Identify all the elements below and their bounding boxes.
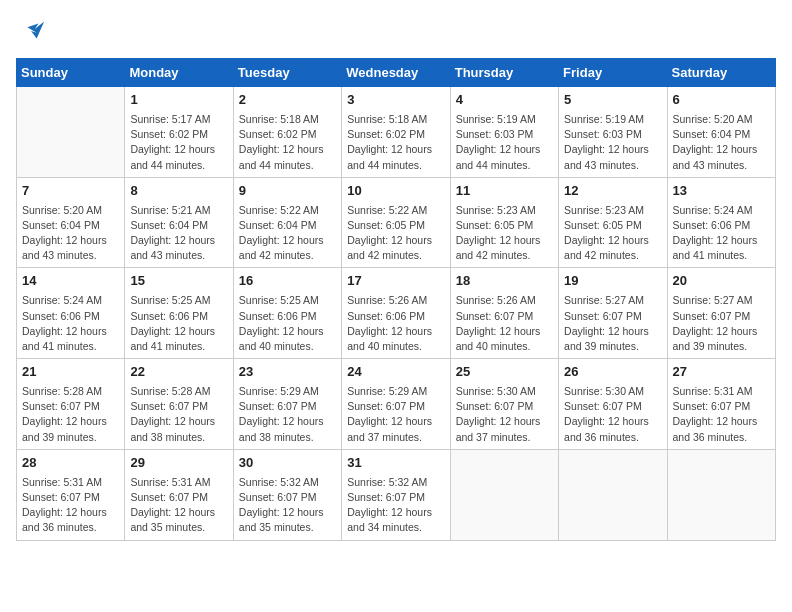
- day-number: 17: [347, 272, 444, 291]
- day-info: Sunrise: 5:20 AM Sunset: 6:04 PM Dayligh…: [673, 112, 770, 173]
- calendar-cell: 13Sunrise: 5:24 AM Sunset: 6:06 PM Dayli…: [667, 177, 775, 268]
- calendar-cell: 9Sunrise: 5:22 AM Sunset: 6:04 PM Daylig…: [233, 177, 341, 268]
- day-info: Sunrise: 5:30 AM Sunset: 6:07 PM Dayligh…: [456, 384, 553, 445]
- day-number: 16: [239, 272, 336, 291]
- calendar-cell: 3Sunrise: 5:18 AM Sunset: 6:02 PM Daylig…: [342, 87, 450, 178]
- calendar-table: SundayMondayTuesdayWednesdayThursdayFrid…: [16, 58, 776, 541]
- day-number: 29: [130, 454, 227, 473]
- day-number: 23: [239, 363, 336, 382]
- day-info: Sunrise: 5:27 AM Sunset: 6:07 PM Dayligh…: [673, 293, 770, 354]
- day-number: 11: [456, 182, 553, 201]
- day-info: Sunrise: 5:29 AM Sunset: 6:07 PM Dayligh…: [239, 384, 336, 445]
- day-info: Sunrise: 5:31 AM Sunset: 6:07 PM Dayligh…: [673, 384, 770, 445]
- calendar-week-row: 7Sunrise: 5:20 AM Sunset: 6:04 PM Daylig…: [17, 177, 776, 268]
- calendar-week-row: 1Sunrise: 5:17 AM Sunset: 6:02 PM Daylig…: [17, 87, 776, 178]
- day-info: Sunrise: 5:23 AM Sunset: 6:05 PM Dayligh…: [456, 203, 553, 264]
- calendar-cell: [559, 449, 667, 540]
- weekday-header-monday: Monday: [125, 59, 233, 87]
- day-number: 21: [22, 363, 119, 382]
- day-info: Sunrise: 5:18 AM Sunset: 6:02 PM Dayligh…: [347, 112, 444, 173]
- calendar-cell: 24Sunrise: 5:29 AM Sunset: 6:07 PM Dayli…: [342, 359, 450, 450]
- calendar-cell: 6Sunrise: 5:20 AM Sunset: 6:04 PM Daylig…: [667, 87, 775, 178]
- day-info: Sunrise: 5:26 AM Sunset: 6:06 PM Dayligh…: [347, 293, 444, 354]
- day-number: 18: [456, 272, 553, 291]
- calendar-cell: 7Sunrise: 5:20 AM Sunset: 6:04 PM Daylig…: [17, 177, 125, 268]
- day-info: Sunrise: 5:20 AM Sunset: 6:04 PM Dayligh…: [22, 203, 119, 264]
- calendar-cell: 18Sunrise: 5:26 AM Sunset: 6:07 PM Dayli…: [450, 268, 558, 359]
- calendar-cell: 12Sunrise: 5:23 AM Sunset: 6:05 PM Dayli…: [559, 177, 667, 268]
- calendar-cell: 10Sunrise: 5:22 AM Sunset: 6:05 PM Dayli…: [342, 177, 450, 268]
- day-info: Sunrise: 5:32 AM Sunset: 6:07 PM Dayligh…: [347, 475, 444, 536]
- calendar-cell: 20Sunrise: 5:27 AM Sunset: 6:07 PM Dayli…: [667, 268, 775, 359]
- calendar-cell: 19Sunrise: 5:27 AM Sunset: 6:07 PM Dayli…: [559, 268, 667, 359]
- svg-marker-0: [27, 22, 44, 39]
- day-number: 2: [239, 91, 336, 110]
- calendar-cell: 11Sunrise: 5:23 AM Sunset: 6:05 PM Dayli…: [450, 177, 558, 268]
- logo-bird-icon: [18, 16, 46, 44]
- calendar-cell: 28Sunrise: 5:31 AM Sunset: 6:07 PM Dayli…: [17, 449, 125, 540]
- day-number: 13: [673, 182, 770, 201]
- day-info: Sunrise: 5:17 AM Sunset: 6:02 PM Dayligh…: [130, 112, 227, 173]
- logo: [16, 16, 46, 48]
- weekday-header-friday: Friday: [559, 59, 667, 87]
- day-info: Sunrise: 5:28 AM Sunset: 6:07 PM Dayligh…: [22, 384, 119, 445]
- day-number: 19: [564, 272, 661, 291]
- calendar-cell: 31Sunrise: 5:32 AM Sunset: 6:07 PM Dayli…: [342, 449, 450, 540]
- day-number: 12: [564, 182, 661, 201]
- calendar-cell: 4Sunrise: 5:19 AM Sunset: 6:03 PM Daylig…: [450, 87, 558, 178]
- day-number: 22: [130, 363, 227, 382]
- calendar-cell: 25Sunrise: 5:30 AM Sunset: 6:07 PM Dayli…: [450, 359, 558, 450]
- day-number: 10: [347, 182, 444, 201]
- calendar-cell: 5Sunrise: 5:19 AM Sunset: 6:03 PM Daylig…: [559, 87, 667, 178]
- calendar-body: 1Sunrise: 5:17 AM Sunset: 6:02 PM Daylig…: [17, 87, 776, 541]
- day-number: 3: [347, 91, 444, 110]
- calendar-cell: [17, 87, 125, 178]
- weekday-header-thursday: Thursday: [450, 59, 558, 87]
- day-info: Sunrise: 5:30 AM Sunset: 6:07 PM Dayligh…: [564, 384, 661, 445]
- day-info: Sunrise: 5:27 AM Sunset: 6:07 PM Dayligh…: [564, 293, 661, 354]
- calendar-cell: 2Sunrise: 5:18 AM Sunset: 6:02 PM Daylig…: [233, 87, 341, 178]
- day-info: Sunrise: 5:31 AM Sunset: 6:07 PM Dayligh…: [22, 475, 119, 536]
- calendar-cell: 30Sunrise: 5:32 AM Sunset: 6:07 PM Dayli…: [233, 449, 341, 540]
- calendar-week-row: 28Sunrise: 5:31 AM Sunset: 6:07 PM Dayli…: [17, 449, 776, 540]
- day-number: 30: [239, 454, 336, 473]
- calendar-cell: 29Sunrise: 5:31 AM Sunset: 6:07 PM Dayli…: [125, 449, 233, 540]
- day-number: 28: [22, 454, 119, 473]
- day-info: Sunrise: 5:25 AM Sunset: 6:06 PM Dayligh…: [130, 293, 227, 354]
- day-info: Sunrise: 5:24 AM Sunset: 6:06 PM Dayligh…: [22, 293, 119, 354]
- day-info: Sunrise: 5:25 AM Sunset: 6:06 PM Dayligh…: [239, 293, 336, 354]
- day-number: 15: [130, 272, 227, 291]
- day-info: Sunrise: 5:24 AM Sunset: 6:06 PM Dayligh…: [673, 203, 770, 264]
- day-number: 9: [239, 182, 336, 201]
- calendar-week-row: 21Sunrise: 5:28 AM Sunset: 6:07 PM Dayli…: [17, 359, 776, 450]
- calendar-cell: 23Sunrise: 5:29 AM Sunset: 6:07 PM Dayli…: [233, 359, 341, 450]
- calendar-cell: 21Sunrise: 5:28 AM Sunset: 6:07 PM Dayli…: [17, 359, 125, 450]
- day-number: 6: [673, 91, 770, 110]
- weekday-header-sunday: Sunday: [17, 59, 125, 87]
- calendar-cell: 17Sunrise: 5:26 AM Sunset: 6:06 PM Dayli…: [342, 268, 450, 359]
- day-info: Sunrise: 5:31 AM Sunset: 6:07 PM Dayligh…: [130, 475, 227, 536]
- day-number: 1: [130, 91, 227, 110]
- day-number: 31: [347, 454, 444, 473]
- day-info: Sunrise: 5:22 AM Sunset: 6:05 PM Dayligh…: [347, 203, 444, 264]
- day-number: 4: [456, 91, 553, 110]
- calendar-cell: 26Sunrise: 5:30 AM Sunset: 6:07 PM Dayli…: [559, 359, 667, 450]
- day-info: Sunrise: 5:22 AM Sunset: 6:04 PM Dayligh…: [239, 203, 336, 264]
- day-number: 8: [130, 182, 227, 201]
- weekday-header-wednesday: Wednesday: [342, 59, 450, 87]
- calendar-cell: 15Sunrise: 5:25 AM Sunset: 6:06 PM Dayli…: [125, 268, 233, 359]
- day-info: Sunrise: 5:18 AM Sunset: 6:02 PM Dayligh…: [239, 112, 336, 173]
- calendar-header: SundayMondayTuesdayWednesdayThursdayFrid…: [17, 59, 776, 87]
- weekday-header-saturday: Saturday: [667, 59, 775, 87]
- calendar-cell: [450, 449, 558, 540]
- day-info: Sunrise: 5:28 AM Sunset: 6:07 PM Dayligh…: [130, 384, 227, 445]
- weekday-header-tuesday: Tuesday: [233, 59, 341, 87]
- day-number: 20: [673, 272, 770, 291]
- calendar-week-row: 14Sunrise: 5:24 AM Sunset: 6:06 PM Dayli…: [17, 268, 776, 359]
- day-info: Sunrise: 5:23 AM Sunset: 6:05 PM Dayligh…: [564, 203, 661, 264]
- day-number: 7: [22, 182, 119, 201]
- calendar-cell: 1Sunrise: 5:17 AM Sunset: 6:02 PM Daylig…: [125, 87, 233, 178]
- day-number: 27: [673, 363, 770, 382]
- calendar-cell: 22Sunrise: 5:28 AM Sunset: 6:07 PM Dayli…: [125, 359, 233, 450]
- logo-text: [16, 16, 46, 48]
